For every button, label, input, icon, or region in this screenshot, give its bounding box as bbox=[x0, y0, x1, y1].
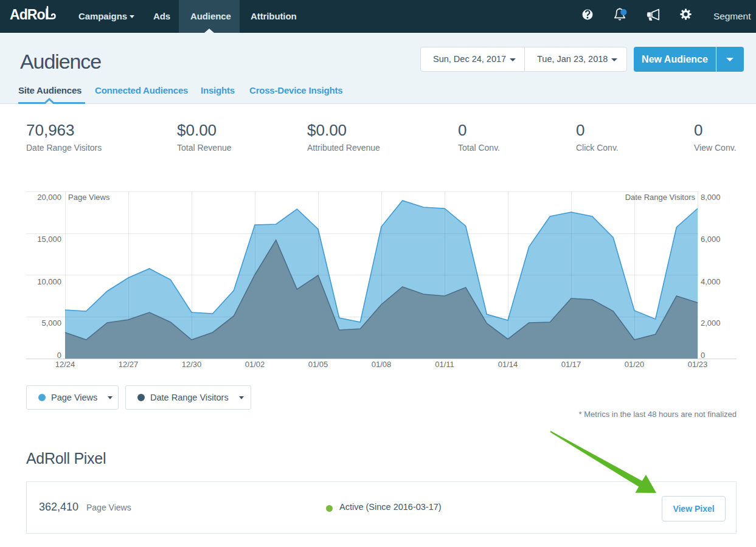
svg-text:2,000: 2,000 bbox=[701, 318, 721, 328]
svg-text:01/02: 01/02 bbox=[245, 360, 265, 369]
svg-text:12/24: 12/24 bbox=[55, 360, 75, 369]
svg-text:12/27: 12/27 bbox=[119, 360, 139, 369]
svg-text:0: 0 bbox=[701, 351, 705, 360]
svg-text:01/20: 01/20 bbox=[625, 360, 645, 369]
svg-text:10,000: 10,000 bbox=[37, 277, 61, 286]
svg-text:0: 0 bbox=[57, 351, 61, 360]
svg-text:4,000: 4,000 bbox=[701, 277, 721, 286]
svg-text:20,000: 20,000 bbox=[37, 193, 61, 202]
svg-text:6,000: 6,000 bbox=[701, 235, 721, 244]
svg-text:Date Range Visitors: Date Range Visitors bbox=[625, 193, 696, 202]
svg-text:01/17: 01/17 bbox=[561, 360, 581, 369]
svg-text:Page Views: Page Views bbox=[68, 193, 110, 202]
svg-text:8,000: 8,000 bbox=[701, 193, 721, 202]
svg-text:AdRol: AdRol bbox=[10, 7, 48, 22]
svg-text:01/05: 01/05 bbox=[308, 360, 328, 369]
svg-text:15,000: 15,000 bbox=[37, 235, 61, 244]
svg-text:5,000: 5,000 bbox=[41, 318, 61, 328]
svg-text:01/08: 01/08 bbox=[372, 360, 392, 369]
svg-text:12/30: 12/30 bbox=[182, 360, 202, 369]
svg-text:01/23: 01/23 bbox=[688, 360, 708, 369]
svg-text:01/14: 01/14 bbox=[498, 360, 518, 369]
svg-text:01/11: 01/11 bbox=[435, 360, 454, 369]
